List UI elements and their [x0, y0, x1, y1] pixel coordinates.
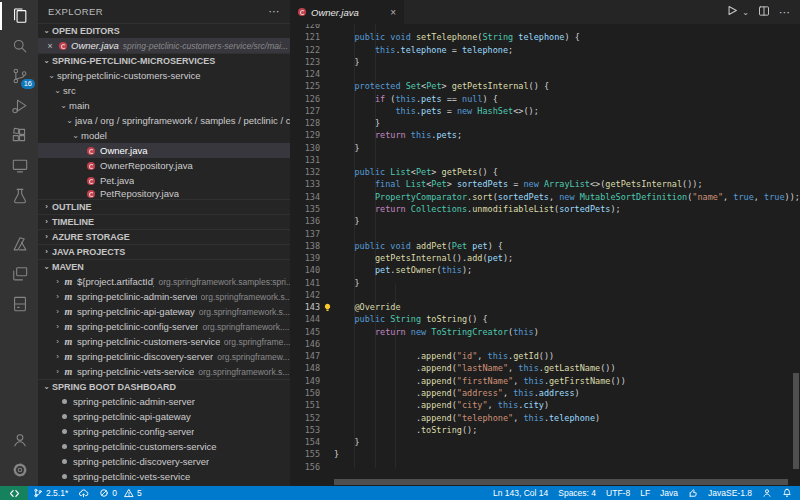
- list-item[interactable]: ›mspring-petclinic-customers-serviceorg.…: [38, 334, 290, 349]
- list-item[interactable]: spring-petclinic-discovery-server: [38, 454, 290, 469]
- list-item[interactable]: spring-petclinic-api-gateway: [38, 409, 290, 424]
- chevron-right-icon[interactable]: ›: [52, 353, 63, 361]
- status-item-ln-143-col-14[interactable]: Ln 143, Col 14: [488, 486, 553, 500]
- status-item-feedback[interactable]: [757, 486, 777, 500]
- line-number: 120: [290, 24, 320, 31]
- activity-testing[interactable]: [0, 182, 38, 210]
- status-item-thumbsup[interactable]: [683, 486, 703, 500]
- status-item-bell[interactable]: [777, 486, 797, 500]
- chevron-right-icon[interactable]: ›: [41, 218, 52, 226]
- list-item[interactable]: spring-petclinic-vets-service: [38, 469, 290, 484]
- open-editor-item[interactable]: ×Owner.javaspring-petclinic-customers-se…: [38, 38, 290, 53]
- tree-row[interactable]: OwnerRepository.java: [38, 158, 290, 173]
- activity-storage[interactable]: [0, 290, 38, 318]
- activity-remote-explorer[interactable]: [0, 152, 38, 180]
- list-item[interactable]: spring-petclinic-config-server: [38, 424, 290, 439]
- tree-row[interactable]: ⌄java / org / springframework / samples …: [38, 113, 290, 128]
- list-item[interactable]: ›mspring-petclinic-config-serverorg.spri…: [38, 319, 290, 334]
- code-line: 127 this.pets = new HashSet<>();: [290, 105, 800, 117]
- list-item[interactable]: ›mspring-petclinic-discovery-serverorg.s…: [38, 349, 290, 364]
- activity-settings[interactable]: [0, 456, 38, 484]
- activity-search[interactable]: [0, 32, 38, 60]
- chevron-right-icon[interactable]: ›: [52, 278, 63, 286]
- chevron-down-icon[interactable]: ⌄: [52, 87, 63, 95]
- list-item[interactable]: ›mspring-petclinic-vets-serviceorg.sprin…: [38, 364, 290, 379]
- status-item-java[interactable]: Java: [655, 486, 683, 500]
- tab-owner-java[interactable]: Owner.java ×: [290, 0, 404, 24]
- activity-azure[interactable]: [0, 230, 38, 258]
- status-item-javase-1.8[interactable]: JavaSE-1.8: [703, 486, 757, 500]
- line-number: 136: [290, 215, 320, 227]
- chevron-right-icon[interactable]: ›: [52, 323, 63, 331]
- section-header-spring-boot-dashboard[interactable]: ⌄SPRING BOOT DASHBOARD: [38, 379, 290, 394]
- chevron-right-icon[interactable]: ›: [52, 368, 63, 376]
- editor-action-run[interactable]: [725, 3, 738, 21]
- chevron-right-icon[interactable]: ›: [41, 203, 52, 211]
- activity-source-control[interactable]: 16: [0, 62, 38, 90]
- chevron-down-icon[interactable]: ⌄: [41, 263, 52, 271]
- close-icon[interactable]: ×: [45, 41, 55, 51]
- more-actions-icon[interactable]: ⋯: [269, 5, 280, 18]
- storage-icon: [10, 294, 30, 314]
- code-text: public String toString() {: [334, 313, 488, 325]
- chevron-right-icon[interactable]: ›: [52, 338, 63, 346]
- chevron-down-icon[interactable]: ⌄: [41, 57, 52, 65]
- status-item-0[interactable]: 05: [94, 486, 146, 500]
- bell-icon: [782, 488, 792, 498]
- activity-extensions[interactable]: [0, 122, 38, 150]
- tree-row[interactable]: ⌄model: [38, 128, 290, 143]
- code-editor[interactable]: 120121 public void setTelephone(String t…: [290, 24, 800, 486]
- status-text: 0: [112, 488, 117, 498]
- tree-row[interactable]: PetRepository.java: [38, 188, 290, 199]
- maven-icon: m: [63, 321, 74, 332]
- open-editors-header[interactable]: ⌄ OPEN EDITORS: [38, 23, 290, 38]
- status-item-lf[interactable]: LF: [635, 486, 655, 500]
- tree-row[interactable]: ⌄spring-petclinic-customers-service: [38, 68, 290, 83]
- chevron-down-icon[interactable]: ⌄: [70, 132, 81, 140]
- chevron-down-icon[interactable]: ⌄: [46, 72, 57, 80]
- chevron-down-icon[interactable]: ⌄: [64, 117, 75, 125]
- list-item[interactable]: ›mspring-petclinic-admin-serverorg.sprin…: [38, 289, 290, 304]
- editor-action-more-actions[interactable]: ⋯: [779, 6, 791, 19]
- chevron-down-icon[interactable]: ⌄: [58, 102, 69, 110]
- chevron-right-icon[interactable]: ›: [52, 308, 63, 316]
- section-header-outline[interactable]: ›OUTLINE: [38, 199, 290, 214]
- code-text: .append("id", this.getId()): [334, 350, 554, 362]
- tree-row[interactable]: ⌄src: [38, 83, 290, 98]
- code-line: 135 return Collections.unmodifiableList(…: [290, 203, 800, 215]
- tree-row[interactable]: Owner.java: [38, 143, 290, 158]
- section-header-java-projects[interactable]: ›JAVA PROJECTS: [38, 244, 290, 259]
- maven-project-name: spring-petclinic-discovery-server: [77, 351, 213, 362]
- remote-indicator[interactable]: [0, 486, 28, 500]
- activity-run-debug[interactable]: [0, 92, 38, 120]
- status-item-cloud-upload[interactable]: [73, 486, 94, 500]
- tree-row[interactable]: Pet.java: [38, 173, 290, 188]
- list-item[interactable]: ›m${project.artifactId}org.springframewo…: [38, 274, 290, 289]
- activity-explorer[interactable]: [0, 2, 38, 30]
- source-control-badge: 16: [21, 79, 35, 89]
- chevron-down-icon[interactable]: ⌄: [41, 383, 52, 391]
- status-item-spaces-4[interactable]: Spaces: 4: [553, 486, 601, 500]
- accounts-icon: [10, 430, 30, 450]
- activity-accounts[interactable]: [0, 426, 38, 454]
- section-header-timeline[interactable]: ›TIMELINE: [38, 214, 290, 229]
- vertical-scrollbar[interactable]: [793, 373, 799, 469]
- close-icon[interactable]: ×: [390, 7, 396, 18]
- project-root-header[interactable]: ⌄ SPRING-PETCLINIC-MICROSERVICES: [38, 53, 290, 68]
- list-item[interactable]: ›mspring-petclinic-api-gatewayorg.spring…: [38, 304, 290, 319]
- chevron-right-icon[interactable]: ›: [52, 293, 63, 301]
- section-header-azure-storage[interactable]: ›AZURE STORAGE: [38, 229, 290, 244]
- horizontal-scrollbar[interactable]: [334, 479, 788, 485]
- chevron-down-icon[interactable]: ⌄: [41, 27, 52, 35]
- editor-action-chevron-down[interactable]: ⌄: [742, 8, 749, 17]
- status-item-2.5.1-[interactable]: 2.5.1*: [28, 486, 73, 500]
- chevron-right-icon[interactable]: ›: [41, 233, 52, 241]
- chevron-right-icon[interactable]: ›: [41, 248, 52, 256]
- editor-action-split-editor[interactable]: [758, 3, 770, 21]
- section-header-maven[interactable]: ⌄MAVEN: [38, 259, 290, 274]
- activity-windows[interactable]: [0, 260, 38, 288]
- list-item[interactable]: spring-petclinic-admin-server: [38, 394, 290, 409]
- tree-row[interactable]: ⌄main: [38, 98, 290, 113]
- list-item[interactable]: spring-petclinic-customers-service: [38, 439, 290, 454]
- status-item-utf-8[interactable]: UTF-8: [601, 486, 635, 500]
